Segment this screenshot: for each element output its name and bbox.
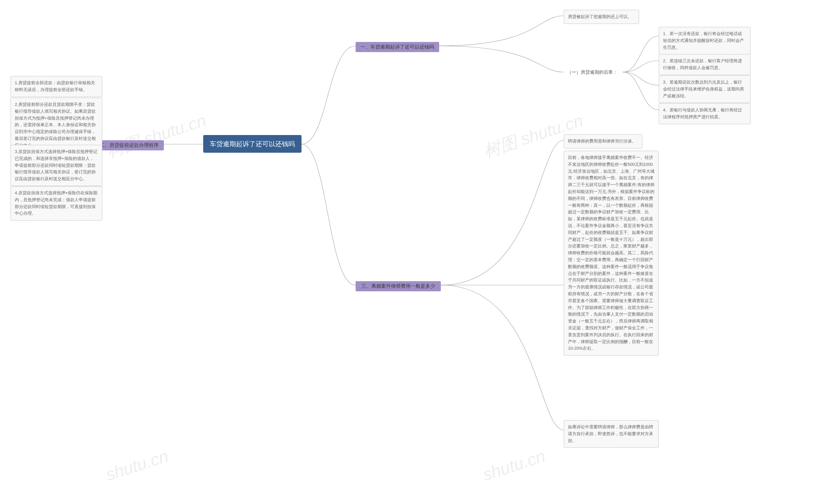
leaf-b2-s1-l2: 2.房贷提前部分还款且贷款期限不变：贷款银行指导借款人填写相关协议。如果原贷款担… (11, 98, 102, 153)
watermark-text: 树图 shutu.cn (104, 109, 209, 163)
leaf-b3-l3: 如果诉讼中需要聘请律师，那么律师费是由聘请方自行承担，即使胜诉，也不能要求对方承… (564, 420, 659, 448)
watermark-text: shutu.cn (104, 446, 171, 485)
root-node: 车贷逾期起诉了还可以还钱吗 (203, 135, 302, 153)
leaf-b1-s1-l3: 3、若逾期还款次数达到六次及以上，银行会经过法律手段来维护自身权益，这期间房产或… (659, 75, 750, 103)
leaf-b2-s1-l1: 1.房贷提前全部还款：由贷款银行审核相关材料无误后，办理提前全部还款手续。 (11, 76, 102, 97)
leaf-b2-s1-l4: 4.原贷款担保方式选择抵押+保险仍在保险期内，且抵押登记尚未完成：借款人申请提前… (11, 186, 102, 220)
leaf-b1-l1: 房贷被起诉了把逾期的还上可以。 (564, 10, 639, 24)
watermark-text: shutu.cn (480, 446, 548, 485)
leaf-b1-s1-l4: 4、若银行与借款人协商无果，银行将经过法律程序对抵押房产进行拍卖。 (659, 103, 750, 124)
sub-b1-s1: （一）房贷逾期的后果： (564, 68, 623, 77)
leaf-b3-l2: 目前，各地律师接手离婚案件收费不一。经济不发达地区的律师收费起价一般500元到1… (564, 151, 659, 356)
branch-node-1: 一、车贷逾期起诉了还可以还钱吗 (356, 42, 439, 52)
leaf-b3-l1: 聘请律师的费用需和律师另行洽谈。 (564, 134, 642, 148)
branch-node-3: 三、离婚案件律师费用一般是多少 (356, 281, 441, 291)
branch-node-2: 二、房贷提前还款办理程序 (94, 140, 164, 150)
leaf-b2-s1-l3: 3.原贷款担保方式选择抵押+保险且抵押登记已完成的，和选择非抵押+保险的借款人，… (11, 145, 102, 186)
leaf-b1-s1-l2: 2、若连续三次未还款，银行客户经理将进行催收，同样借款人会被罚息。 (659, 54, 750, 75)
leaf-b1-s1-l1: 1、若一次没有还款，银行将会经过电话或短信的方式通知并提醒按时还款，同时会产生罚… (659, 27, 750, 54)
